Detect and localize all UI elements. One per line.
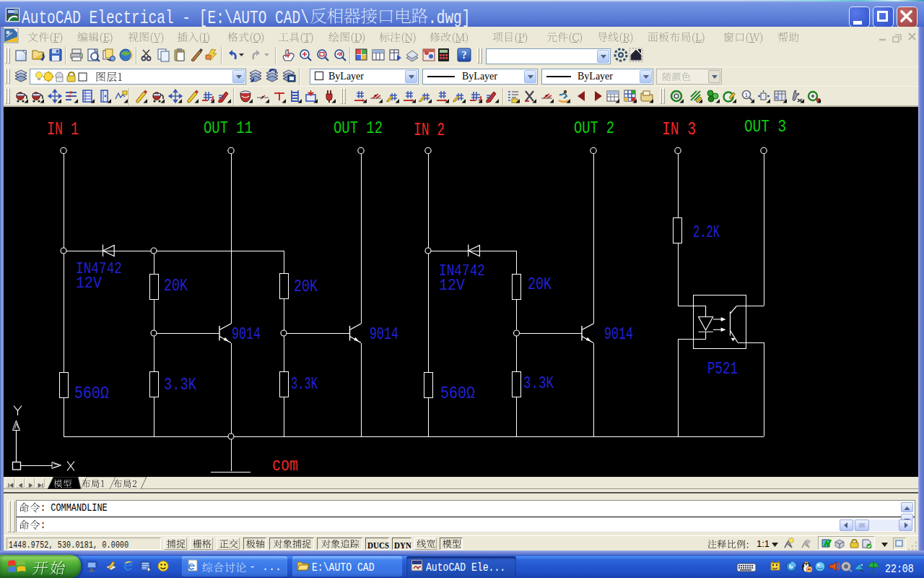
svg-text:IN 2: IN 2: [414, 120, 445, 141]
svg-text:12V: 12V: [76, 275, 103, 293]
svg-text:12V: 12V: [439, 277, 466, 295]
svg-text:20K: 20K: [164, 277, 188, 296]
svg-text:OUT 3: OUT 3: [744, 117, 786, 137]
svg-text:9014: 9014: [604, 325, 633, 344]
svg-text:20K: 20K: [528, 275, 552, 294]
svg-text:IN 3: IN 3: [662, 119, 696, 140]
svg-text:OUT 11: OUT 11: [204, 118, 253, 138]
svg-text:3.3K: 3.3K: [164, 376, 196, 394]
svg-text:9014: 9014: [232, 325, 261, 344]
svg-text:P521: P521: [707, 360, 738, 379]
svg-text:?: ?: [462, 50, 467, 61]
svg-text:20K: 20K: [294, 277, 318, 296]
svg-text:OUT 2: OUT 2: [574, 118, 614, 138]
svg-text:com: com: [272, 455, 298, 476]
svg-text:IN 1: IN 1: [47, 119, 79, 140]
svg-text:2.2K: 2.2K: [693, 223, 720, 242]
svg-text:OUT 12: OUT 12: [334, 118, 383, 138]
svg-text:1: 1: [745, 92, 749, 98]
svg-text:3.3K: 3.3K: [291, 375, 318, 394]
svg-text:3.3K: 3.3K: [523, 374, 554, 393]
svg-text:560Ω: 560Ω: [440, 384, 475, 403]
svg-text:9014: 9014: [370, 325, 398, 344]
svg-text:560Ω: 560Ω: [74, 384, 109, 403]
